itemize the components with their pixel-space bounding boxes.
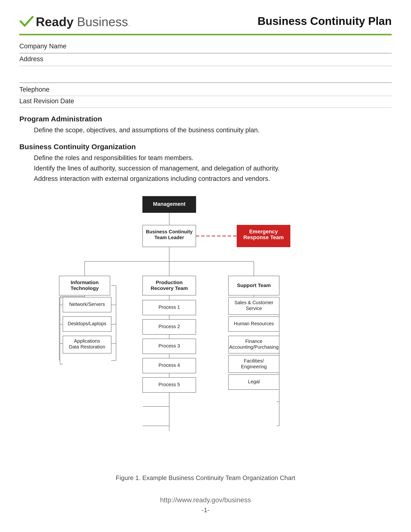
org-chart-container: Management Business Continuity Team Lead… <box>36 196 375 482</box>
form-section: Company Name Address <box>19 43 392 66</box>
bco-body: Define the roles and responsibilities fo… <box>19 153 392 184</box>
address-field: Address <box>19 55 392 66</box>
company-name-field: Company Name <box>19 43 392 53</box>
address-label: Address <box>19 55 392 64</box>
figure-caption: Figure 1. Example Business Continuity Te… <box>36 474 375 482</box>
telephone-top-line <box>19 83 392 83</box>
revision-underline <box>19 107 392 108</box>
svg-text:Accounting/Purchasing: Accounting/Purchasing <box>229 344 279 350</box>
program-admin-section: Program Administration Define the scope,… <box>19 115 392 135</box>
bco-line-3: Address interaction with external organi… <box>34 174 392 184</box>
svg-text:Response Team: Response Team <box>243 234 284 240</box>
svg-text:Finance: Finance <box>245 339 262 344</box>
svg-text:Technology: Technology <box>71 285 99 291</box>
green-divider <box>19 34 392 35</box>
svg-text:Network/Servers: Network/Servers <box>69 302 105 307</box>
svg-text:Process 3: Process 3 <box>159 343 180 349</box>
telephone-field: Telephone <box>19 83 392 96</box>
svg-text:Sales & Customer: Sales & Customer <box>234 300 273 305</box>
form-section-2: Telephone Last Revision Date <box>19 83 392 108</box>
svg-text:Recovery Team: Recovery Team <box>151 285 188 291</box>
svg-text:Information: Information <box>71 280 99 285</box>
svg-text:Process 1: Process 1 <box>159 304 180 310</box>
svg-text:Team Leader: Team Leader <box>154 235 184 240</box>
program-admin-heading: Program Administration <box>19 115 392 123</box>
svg-text:Process 5: Process 5 <box>159 382 180 387</box>
svg-text:Legal: Legal <box>248 379 260 384</box>
svg-text:Data Restoration: Data Restoration <box>69 344 105 349</box>
revision-label: Last Revision Date <box>19 97 392 106</box>
company-name-label: Company Name <box>19 43 392 51</box>
company-name-underline <box>19 53 392 53</box>
logo-text: Ready Business. <box>36 15 131 29</box>
emergency-team-label: Emergency <box>249 228 278 235</box>
bco-line-2: Identify the lines of authority, success… <box>34 163 392 174</box>
telephone-underline <box>19 96 392 96</box>
svg-text:Process 4: Process 4 <box>159 362 180 368</box>
footer-page: -1- <box>19 506 392 514</box>
svg-text:Desktops/Laptops: Desktops/Laptops <box>68 321 106 326</box>
address-underline <box>19 66 392 66</box>
svg-text:Engineering: Engineering <box>241 364 267 369</box>
telephone-label: Telephone <box>19 85 392 94</box>
svg-text:Facilities/: Facilities/ <box>244 358 264 363</box>
footer: http://www.ready.gov/business -1- <box>19 496 392 514</box>
program-admin-body: Define the scope, objectives, and assump… <box>19 125 392 135</box>
page-title: Business Continuity Plan <box>257 15 392 28</box>
checkmark-icon <box>19 15 34 29</box>
bco-line-1: Define the roles and responsibilities fo… <box>34 153 392 163</box>
org-chart-svg: Management Business Continuity Team Lead… <box>36 196 375 467</box>
svg-text:Applications: Applications <box>74 338 100 344</box>
program-admin-text: Define the scope, objectives, and assump… <box>34 126 260 134</box>
page-header: Ready Business. Business Continuity Plan <box>19 15 392 29</box>
svg-text:Service: Service <box>246 306 262 311</box>
footer-url: http://www.ready.gov/business <box>19 496 392 504</box>
svg-text:Human Resources: Human Resources <box>234 321 274 326</box>
bco-heading: Business Continuity Organization <box>19 143 392 151</box>
management-label: Management <box>153 201 186 207</box>
bco-section: Business Continuity Organization Define … <box>19 143 392 184</box>
svg-text:Support Team: Support Team <box>237 283 271 288</box>
team-leader-label: Business Continuity <box>146 229 193 234</box>
revision-field: Last Revision Date <box>19 97 392 108</box>
svg-text:Production: Production <box>156 280 183 285</box>
svg-text:Process 2: Process 2 <box>159 324 180 329</box>
logo-area: Ready Business. <box>19 15 131 29</box>
